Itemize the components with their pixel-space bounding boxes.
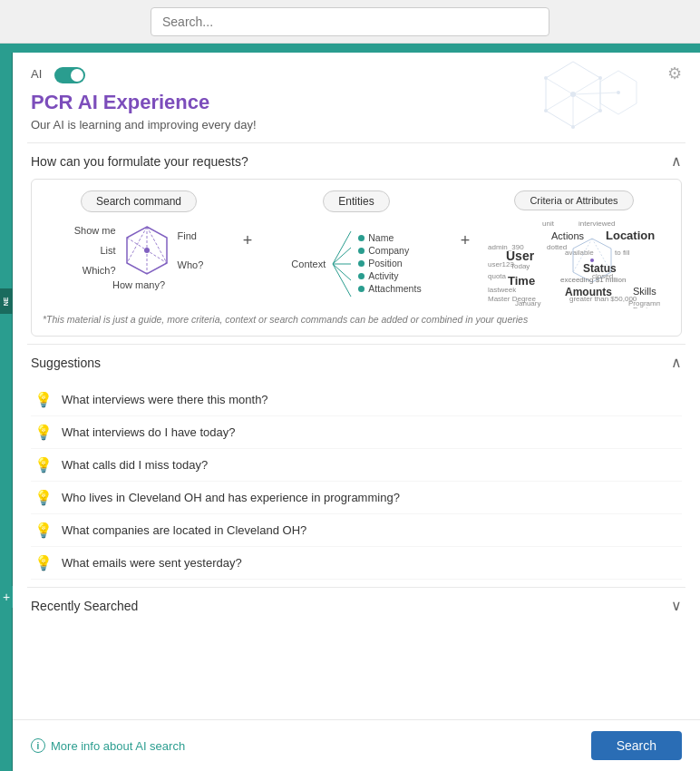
entity-lines-svg	[331, 223, 353, 305]
recently-searched-header[interactable]: Recently Searched ∨	[27, 588, 685, 623]
crit-january: January	[515, 299, 540, 307]
dot-icon	[358, 273, 365, 279]
svg-line-24	[333, 264, 351, 280]
svg-point-13	[544, 109, 548, 112]
plus-connector-1: +	[235, 181, 260, 299]
svg-point-14	[617, 91, 620, 94]
toggle-thumb	[71, 69, 83, 82]
sc-word-howmany: How many?	[112, 279, 165, 290]
suggestion-item[interactable]: 💡 What calls did I miss today?	[31, 449, 682, 482]
sidebar-ne-label: NE	[3, 297, 9, 306]
suggestion-text-5: What companies are located in Cleveland …	[62, 523, 306, 537]
crit-quota: quota	[488, 272, 506, 280]
crit-lastweek: lastweek	[488, 286, 516, 294]
bulb-icon: 💡	[34, 391, 53, 408]
entity-list: Name Company Position Activity Attachmen…	[358, 232, 421, 296]
dot-icon	[358, 248, 365, 254]
svg-point-8	[570, 92, 576, 97]
criteria-col: Criteria or Attributes unit interviewed …	[478, 190, 670, 308]
entities-col: Entities Context Name	[260, 190, 452, 308]
recently-searched-section: Recently Searched ∨	[27, 587, 685, 623]
suggestions-chevron-icon: ∧	[671, 354, 682, 371]
ai-toggle[interactable]	[54, 67, 85, 83]
formula-note: *This material is just a guide, more cri…	[43, 314, 670, 325]
sc-word-who: Who?	[178, 259, 204, 270]
gear-icon[interactable]: ⚙	[667, 63, 682, 83]
dot-icon	[358, 286, 365, 292]
entity-attachments: Attachments	[368, 283, 421, 294]
sc-word-list: List	[74, 245, 116, 256]
bulb-icon: 💡	[34, 456, 53, 473]
crit-exceeding: exceeding $1 million	[560, 276, 627, 284]
search-command-col: Search command Show me List Which?	[43, 190, 235, 308]
svg-line-22	[333, 248, 351, 264]
suggestion-item[interactable]: 💡 What companies are located in Clevelan…	[31, 514, 682, 547]
entity-position: Position	[368, 258, 402, 268]
suggestion-text-4: Who lives in Cleveland OH and has experi…	[62, 491, 400, 504]
plus-connector-2: +	[452, 181, 478, 299]
suggestion-text-3: What calls did I miss today?	[62, 458, 208, 472]
criteria-diagram: unit interviewed Actions Location admin_…	[488, 220, 660, 308]
crit-dotted: dotted	[547, 243, 567, 251]
more-info-text: More info about AI search	[51, 739, 185, 753]
svg-line-7	[573, 93, 618, 94]
svg-line-6	[546, 94, 573, 111]
bulb-icon: 💡	[34, 424, 53, 441]
search-command-button[interactable]: Search command	[81, 190, 197, 212]
sc-word-find: Find	[178, 230, 204, 241]
suggestions-title: Suggestions	[31, 356, 101, 370]
crit-today: Today	[510, 262, 530, 270]
suggestions-list: 💡 What interviews were there this month?…	[27, 380, 685, 587]
crit-tofill: to fill	[615, 249, 629, 257]
search-command-diagram: Show me List Which?	[43, 223, 235, 290]
how-section-title: How can you formulate your requests?	[31, 154, 248, 169]
recently-searched-title: Recently Searched	[31, 599, 138, 613]
svg-point-20	[144, 248, 150, 253]
sc-word-which: Which?	[74, 265, 116, 276]
ai-label: AI	[31, 67, 42, 81]
suggestion-item[interactable]: 💡 What emails were sent yesterday?	[31, 547, 682, 580]
bulb-icon: 💡	[34, 522, 53, 539]
entities-button[interactable]: Entities	[323, 190, 389, 212]
crit-greater: greater than $50,000	[569, 295, 637, 303]
suggestion-text-2: What interviews do I have today?	[62, 425, 236, 439]
suggestions-section-header[interactable]: Suggestions ∧	[27, 345, 685, 380]
recently-chevron-icon: ∨	[671, 597, 682, 614]
crit-unit: unit	[542, 220, 554, 228]
toggle-track	[54, 67, 85, 83]
suggestion-item[interactable]: 💡 What interviews do I have today?	[31, 416, 682, 449]
sidebar-item-ne[interactable]: NE	[0, 288, 13, 314]
entities-diagram: Context Name Company Position	[291, 223, 421, 305]
bottom-bar: i More info about AI search Search	[13, 719, 700, 771]
svg-point-11	[598, 109, 602, 112]
top-search-bar	[0, 0, 700, 44]
criteria-button[interactable]: Criteria or Attributes	[514, 190, 633, 210]
crit-interviewed: interviewed	[578, 220, 615, 228]
more-info-link[interactable]: i More info about AI search	[31, 738, 185, 753]
entity-company: Company	[368, 245, 409, 256]
suggestion-text-1: What interviews were there this month?	[62, 393, 268, 406]
sidebar-plus-button[interactable]: +	[0, 586, 13, 608]
svg-line-4	[573, 94, 600, 111]
teal-accent-bar	[0, 44, 700, 53]
svg-point-12	[571, 125, 575, 129]
how-chevron-icon: ∧	[671, 152, 682, 170]
context-label: Context	[291, 259, 326, 269]
dot-icon	[358, 235, 365, 241]
search-button[interactable]: Search	[591, 731, 682, 760]
info-icon: i	[31, 738, 45, 753]
dot-icon	[358, 260, 365, 267]
ai-toggle-row: AI ⚙	[13, 53, 700, 91]
svg-line-25	[333, 264, 351, 297]
suggestions-section: Suggestions ∧ 💡 What interviews were the…	[27, 344, 685, 587]
suggestion-text-6: What emails were sent yesterday?	[62, 556, 242, 570]
main-panel: AI ⚙ PCR AI Experience Our AI is learnin…	[13, 53, 700, 771]
suggestion-item[interactable]: 💡 Who lives in Cleveland OH and has expe…	[31, 482, 682, 514]
formula-columns: Search command Show me List Which?	[43, 190, 670, 308]
svg-line-21	[333, 231, 351, 264]
how-section: How can you formulate your requests? ∧ S…	[27, 142, 685, 344]
suggestion-item[interactable]: 💡 What interviews were there this month?	[31, 384, 682, 416]
formula-box: Search command Show me List Which?	[31, 179, 682, 337]
global-search-input[interactable]	[151, 7, 549, 36]
bulb-icon: 💡	[34, 489, 53, 506]
